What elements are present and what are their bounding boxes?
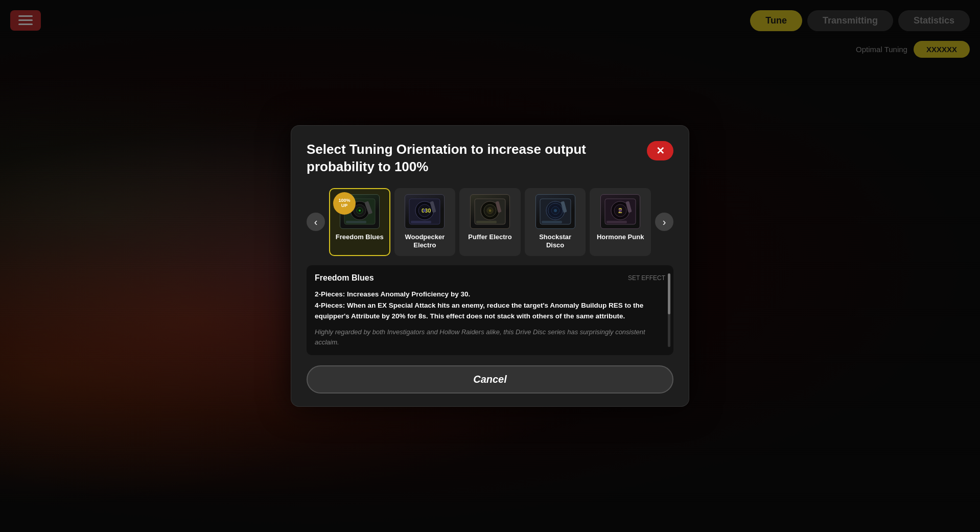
desc-header: Freedom Blues SET EFFECT [315, 273, 665, 283]
svg-rect-25 [489, 210, 492, 212]
svg-rect-27 [476, 221, 497, 223]
disc-image-woodpecker: 030 [405, 194, 445, 229]
carousel-next-button[interactable]: › [655, 213, 673, 231]
desc-effect-text: 2-Pieces: Increases Anomaly Proficiency … [315, 289, 659, 322]
disc-image-shockstar [535, 194, 575, 229]
svg-rect-22 [487, 208, 489, 210]
disc-item-woodpecker-electro[interactable]: 030 Woodpecker Electro [394, 188, 456, 257]
desc-flavor-text: Highly regarded by both Investigators an… [315, 327, 659, 347]
desc-panel-title: Freedom Blues [315, 273, 374, 283]
svg-rect-9 [346, 221, 366, 223]
disc-badge-freedom: 100% UP [333, 192, 356, 215]
disc-name-freedom: Freedom Blues [336, 233, 384, 242]
svg-text:030: 030 [422, 207, 431, 214]
set-effect-label: SET EFFECT [628, 274, 665, 282]
disc-name-shockstar: Shockstar Disco [530, 233, 581, 250]
modal-title: Select Tuning Orientation to increase ou… [307, 141, 647, 176]
modal-dialog: Select Tuning Orientation to increase ou… [291, 125, 689, 407]
disc-item-shockstar-disco[interactable]: Shockstar Disco [525, 188, 586, 257]
disc-image-puffer [470, 194, 510, 229]
carousel-items: 100% UP [329, 188, 651, 257]
svg-point-14 [423, 209, 426, 212]
svg-rect-23 [489, 208, 492, 210]
disc-name-woodpecker: Woodpecker Electro [400, 233, 451, 250]
modal-overlay: Select Tuning Orientation to increase ou… [0, 0, 980, 532]
svg-rect-24 [487, 210, 489, 212]
scrollbar-thumb[interactable] [668, 273, 670, 314]
disc-item-hormone-punk[interactable]: 2 Hormone Punk [590, 188, 651, 257]
disc-name-puffer: Puffer Electro [468, 233, 511, 242]
disc-image-hormone: 2 [600, 194, 640, 229]
svg-rect-16 [411, 221, 431, 223]
svg-rect-43 [606, 221, 627, 223]
scrollbar-track[interactable] [668, 273, 670, 347]
disc-item-puffer-electro[interactable]: Puffer Electro [459, 188, 521, 257]
svg-point-32 [554, 209, 557, 212]
svg-rect-36 [542, 221, 562, 223]
modal-header: Select Tuning Orientation to increase ou… [307, 141, 673, 176]
desc-scroll-area: 2-Pieces: Increases Anomaly Proficiency … [315, 289, 665, 347]
disc-item-freedom-blues[interactable]: 100% UP [329, 188, 390, 257]
close-button[interactable]: ✕ [647, 141, 673, 160]
description-panel: Freedom Blues SET EFFECT 2-Pieces: Incre… [307, 265, 673, 355]
carousel-prev-button[interactable]: ‹ [307, 213, 325, 231]
svg-point-7 [359, 210, 361, 212]
cancel-button[interactable]: Cancel [307, 365, 673, 394]
svg-point-41 [619, 209, 622, 212]
disc-carousel: ‹ 100% UP [307, 188, 673, 257]
disc-name-hormone: Hormone Punk [597, 233, 644, 242]
